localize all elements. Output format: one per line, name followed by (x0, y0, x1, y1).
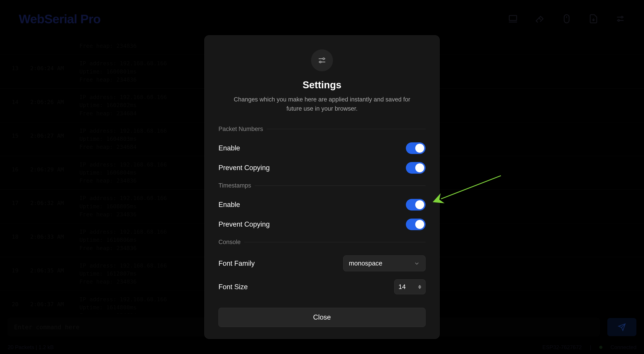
chevron-down-icon[interactable] (418, 287, 421, 289)
setting-font-family: Font Family monospace (218, 251, 426, 275)
select-value: monospace (349, 260, 382, 267)
setting-timestamps-enable: Enable (218, 195, 426, 215)
setting-packet-enable: Enable (218, 138, 426, 158)
toggle-packet-prevent-copying[interactable] (406, 162, 426, 174)
number-value: 14 (398, 283, 406, 291)
modal-title: Settings (218, 79, 426, 90)
toggle-timestamps-prevent-copying[interactable] (406, 219, 426, 230)
chevron-up-icon[interactable] (418, 285, 421, 287)
sliders-icon (317, 55, 327, 65)
font-family-select[interactable]: monospace (343, 255, 426, 271)
setting-label: Font Size (218, 283, 248, 291)
toggle-packet-enable[interactable] (406, 142, 426, 154)
section-console: Console (218, 239, 426, 246)
close-button[interactable]: Close (218, 308, 426, 327)
setting-label: Enable (218, 144, 240, 152)
modal-overlay[interactable]: Settings Changes which you make here are… (0, 0, 644, 354)
chevron-down-icon (414, 260, 420, 267)
setting-label: Prevent Copying (218, 164, 270, 172)
stepper-arrows[interactable] (418, 285, 421, 289)
section-timestamps: Timestamps (218, 182, 426, 189)
setting-label: Prevent Copying (218, 220, 270, 228)
app-root: WebSerial Pro Free heap: 234836132:06:24… (0, 0, 644, 354)
svg-point-5 (320, 61, 321, 63)
modal-header-icon (311, 49, 333, 71)
setting-packet-prevent-copying: Prevent Copying (218, 158, 426, 178)
toggle-timestamps-enable[interactable] (406, 199, 426, 211)
setting-label: Font Family (218, 260, 255, 268)
font-size-stepper[interactable]: 14 (394, 279, 426, 294)
settings-modal: Settings Changes which you make here are… (204, 35, 440, 339)
svg-point-4 (323, 58, 324, 59)
setting-label: Enable (218, 201, 240, 209)
modal-subtitle: Changes which you make here are applied … (232, 95, 412, 113)
setting-font-size: Font Size 14 (218, 275, 426, 298)
setting-timestamps-prevent-copying: Prevent Copying (218, 215, 426, 234)
section-packet-numbers: Packet Numbers (218, 126, 426, 132)
